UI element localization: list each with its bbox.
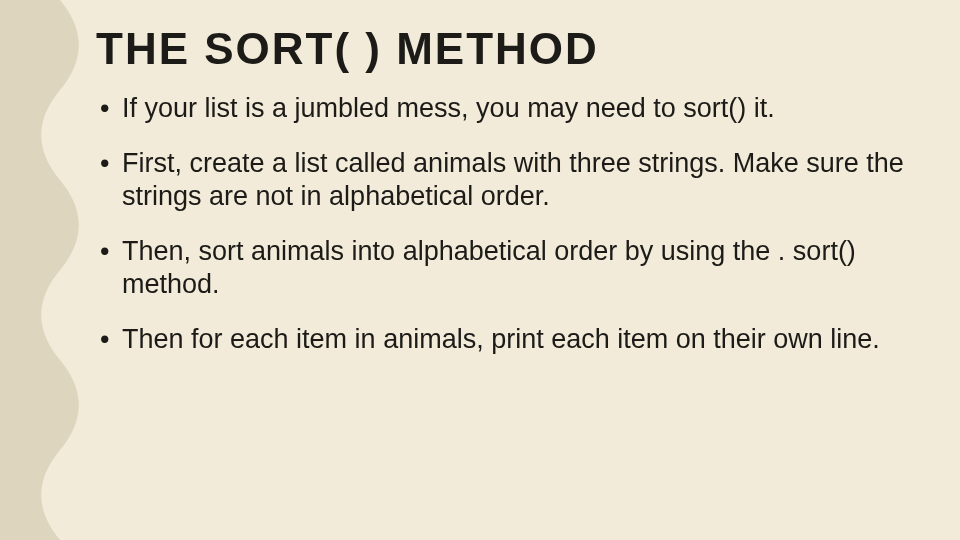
list-item: Then, sort animals into alphabetical ord…: [96, 235, 920, 301]
slide: THE SORT( ) METHOD If your list is a jum…: [0, 0, 960, 540]
slide-content: THE SORT( ) METHOD If your list is a jum…: [96, 24, 920, 378]
list-item: Then for each item in animals, print eac…: [96, 323, 920, 356]
list-item: If your list is a jumbled mess, you may …: [96, 92, 920, 125]
wave-decoration: [0, 0, 90, 540]
slide-title: THE SORT( ) METHOD: [96, 24, 920, 74]
list-item: First, create a list called animals with…: [96, 147, 920, 213]
bullet-list: If your list is a jumbled mess, you may …: [96, 92, 920, 356]
